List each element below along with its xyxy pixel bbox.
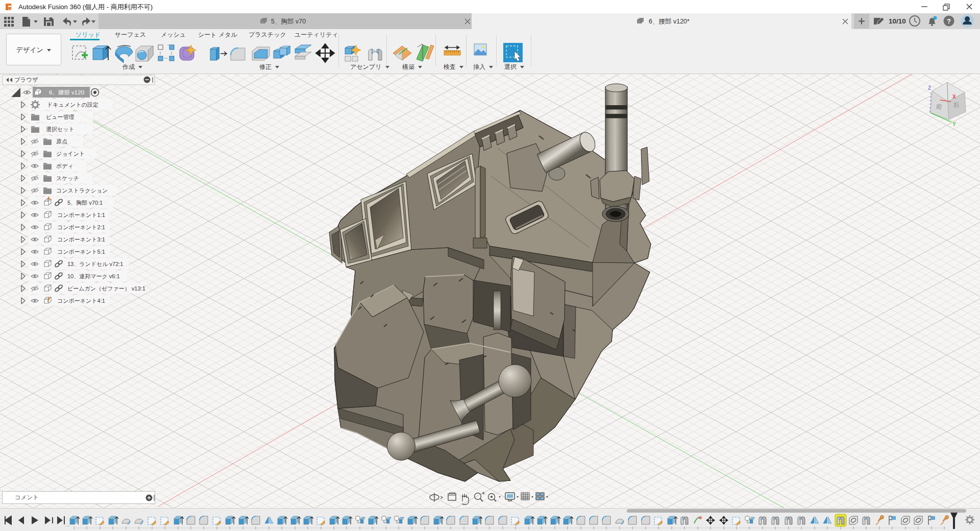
svg-text:前: 前	[935, 103, 942, 111]
svg-text:Z: Z	[928, 85, 931, 91]
svg-text:...: ...	[65, 522, 69, 527]
svg-text:Y: Y	[952, 122, 956, 127]
svg-text:10/10: 10/10	[889, 17, 906, 25]
svg-text:右: 右	[952, 101, 960, 109]
svg-text:X: X	[952, 94, 956, 100]
svg-text:?: ?	[947, 17, 951, 25]
